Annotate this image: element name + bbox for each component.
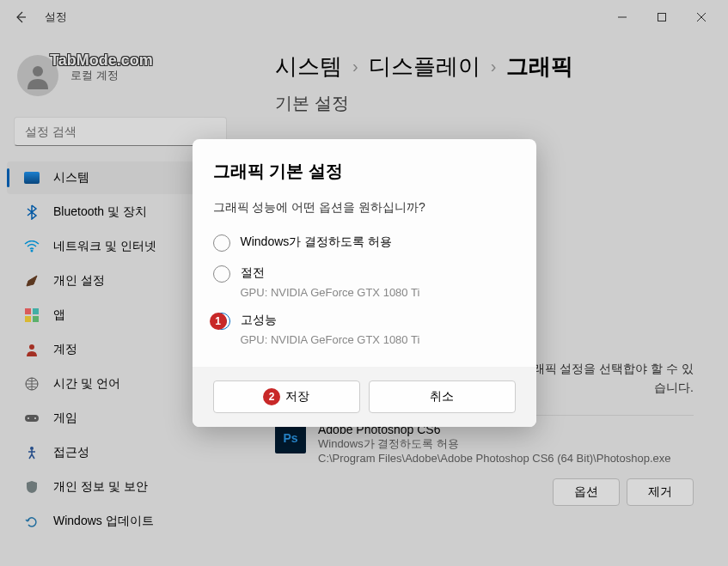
dialog-title: 그래픽 기본 설정: [213, 160, 516, 183]
radio-icon: [213, 234, 230, 252]
save-button-label: 저장: [285, 389, 309, 405]
modal-overlay: 그래픽 기본 설정 그래픽 성능에 어떤 옵션을 원하십니까? Windows가…: [0, 0, 728, 566]
radio-label: 절전: [241, 265, 265, 281]
radio-high-performance[interactable]: 1 고성능: [213, 306, 516, 337]
dialog-footer: 2 저장 취소: [193, 367, 536, 427]
radio-icon: [213, 265, 230, 283]
dialog-body: 그래픽 기본 설정 그래픽 성능에 어떤 옵션을 원하십니까? Windows가…: [193, 139, 536, 367]
cancel-button[interactable]: 취소: [369, 380, 516, 413]
radio-let-windows-decide[interactable]: Windows가 결정하도록 허용: [213, 228, 516, 259]
save-button[interactable]: 2 저장: [213, 380, 360, 413]
radio-power-saving[interactable]: 절전: [213, 259, 516, 289]
annotation-badge-2: 2: [263, 388, 280, 405]
radio-label: Windows가 결정하도록 허용: [241, 234, 393, 250]
annotation-badge-1: 1: [210, 313, 227, 330]
radio-label: 고성능: [241, 313, 277, 328]
dialog-question: 그래픽 성능에 어떤 옵션을 원하십니까?: [213, 200, 516, 216]
graphics-preference-dialog: 그래픽 기본 설정 그래픽 성능에 어떤 옵션을 원하십니까? Windows가…: [193, 139, 536, 427]
